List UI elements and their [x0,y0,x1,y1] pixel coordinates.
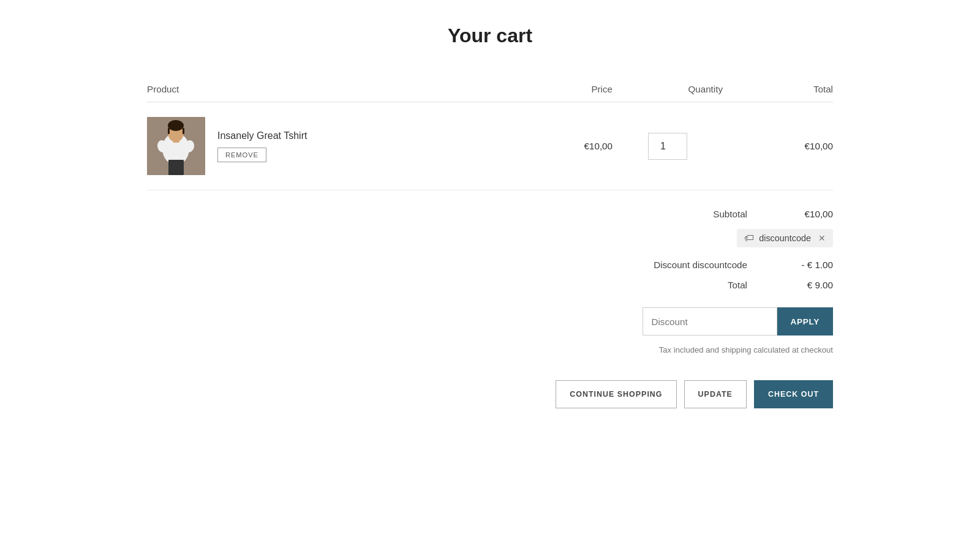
update-button[interactable]: UPDATE [684,380,747,408]
svg-rect-9 [183,128,184,134]
product-image [147,117,205,175]
subtotal-row: Subtotal €10,00 [576,209,833,219]
subtotal-value: €10,00 [784,209,833,219]
total-value: € 9.00 [784,280,833,290]
total-label: Total [728,280,747,290]
table-row: Insanely Great Tshirt REMOVE €10,00 €10,… [147,102,833,190]
cart-table-header: Product Price Quantity Total [147,84,833,102]
checkout-button[interactable]: CHECK OUT [754,380,833,408]
discount-code-tag: 🏷 discountcode ✕ [737,229,833,247]
header-price: Price [502,84,612,94]
cart-actions: CONTINUE SHOPPING UPDATE CHECK OUT [147,380,833,408]
cart-table: Product Price Quantity Total [147,84,833,190]
page-title: Your cart [147,24,833,47]
subtotal-label: Subtotal [713,209,747,219]
header-quantity: Quantity [612,84,723,94]
product-name: Insanely Great Tshirt [217,130,307,141]
product-info: Insanely Great Tshirt REMOVE [217,130,307,162]
quantity-input[interactable] [648,133,687,160]
continue-shopping-button[interactable]: CONTINUE SHOPPING [556,380,676,408]
discount-input-row: APPLY [643,307,833,335]
apply-button[interactable]: APPLY [777,307,833,335]
tag-icon: 🏷 [744,233,754,244]
cart-summary: Subtotal €10,00 🏷 discountcode ✕ Discoun… [147,209,833,374]
discount-label: Discount discountcode [654,260,747,270]
svg-rect-10 [168,160,184,175]
header-product: Product [147,84,502,94]
tax-note: Tax included and shipping calculated at … [659,345,833,354]
header-total: Total [723,84,833,94]
product-cell: Insanely Great Tshirt REMOVE [147,117,502,175]
discount-input[interactable] [643,307,777,335]
total-row: Total € 9.00 [576,280,833,290]
quantity-cell [612,133,723,160]
remove-button[interactable]: REMOVE [217,148,266,162]
svg-point-7 [168,120,184,131]
product-price: €10,00 [502,141,612,151]
product-total: €10,00 [723,141,833,151]
svg-rect-8 [168,128,170,134]
discount-code-text: discountcode [759,233,811,243]
remove-discount-button[interactable]: ✕ [818,233,826,243]
discount-value: - € 1.00 [784,260,833,270]
discount-row: Discount discountcode - € 1.00 [576,260,833,270]
